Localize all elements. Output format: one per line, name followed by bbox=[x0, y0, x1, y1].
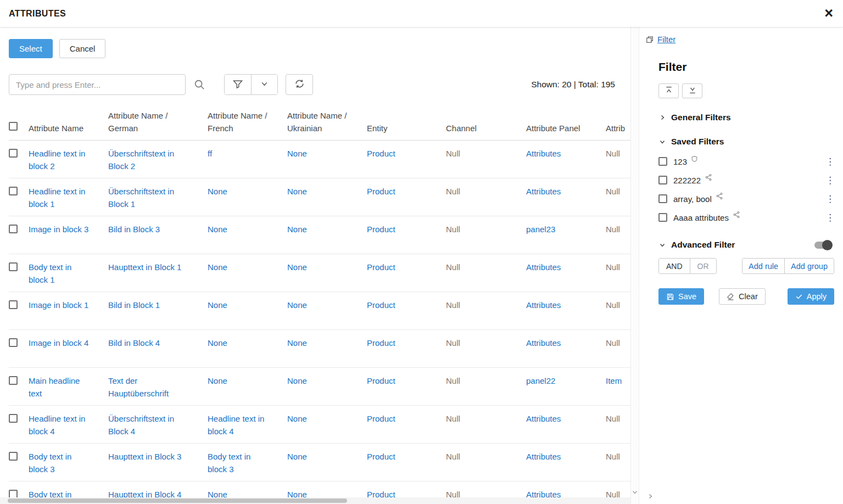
panel-collapse-icon[interactable] bbox=[647, 493, 654, 500]
cell-link[interactable]: None bbox=[208, 338, 227, 348]
refresh-button[interactable] bbox=[286, 74, 313, 95]
saved-filter-checkbox[interactable] bbox=[658, 213, 667, 222]
apply-filter-button[interactable]: Apply bbox=[788, 288, 834, 305]
cell-link[interactable]: panel23 bbox=[526, 225, 555, 234]
collapse-all-button[interactable] bbox=[658, 83, 679, 98]
more-menu-icon[interactable]: ⋮ bbox=[825, 212, 833, 223]
filter-dropdown-button[interactable] bbox=[251, 75, 277, 94]
clear-filter-button[interactable]: Clear bbox=[719, 288, 766, 305]
cell-link[interactable]: None bbox=[287, 149, 307, 158]
cell-link[interactable]: Image in block 4 bbox=[29, 338, 88, 348]
saved-filter-label[interactable]: Aaaa attributes bbox=[673, 213, 729, 222]
cell-link[interactable]: None bbox=[287, 262, 307, 272]
cell-link[interactable]: None bbox=[208, 262, 227, 272]
horizontal-scrollbar[interactable] bbox=[0, 497, 630, 504]
cancel-button[interactable]: Cancel bbox=[59, 39, 106, 58]
search-icon[interactable] bbox=[193, 79, 205, 91]
row-checkbox[interactable] bbox=[9, 149, 18, 158]
cell-link[interactable]: Haupttext in Block 1 bbox=[108, 262, 181, 272]
cell-link[interactable]: Attributes bbox=[526, 262, 561, 272]
select-all-checkbox[interactable] bbox=[9, 122, 18, 131]
saved-filter-label[interactable]: 222222 bbox=[673, 176, 701, 185]
cell-link[interactable]: Image in block 3 bbox=[29, 225, 88, 234]
advanced-filter-toggle[interactable] bbox=[814, 242, 831, 249]
cell-link[interactable]: Item bbox=[606, 376, 622, 385]
filter-funnel-button[interactable] bbox=[225, 75, 251, 94]
more-menu-icon[interactable]: ⋮ bbox=[825, 175, 833, 186]
row-checkbox[interactable] bbox=[9, 414, 18, 423]
cell-link[interactable]: Product bbox=[367, 300, 395, 310]
cell-link[interactable]: Main headline text bbox=[29, 376, 80, 398]
cell-link[interactable]: Product bbox=[367, 414, 395, 423]
add-group-button[interactable]: Add group bbox=[784, 259, 834, 273]
column-header-attribute-panel[interactable]: Attribute Panel bbox=[526, 122, 606, 135]
row-checkbox[interactable] bbox=[9, 187, 18, 195]
cell-link[interactable]: Headline text in block 4 bbox=[29, 414, 85, 436]
cell-link[interactable]: Attributes bbox=[526, 414, 561, 423]
column-header-german[interactable]: Attribute Name / German bbox=[108, 109, 208, 135]
row-checkbox[interactable] bbox=[9, 262, 18, 271]
cell-link[interactable]: Product bbox=[367, 452, 395, 461]
cell-link[interactable]: Bild in Block 1 bbox=[108, 300, 160, 310]
search-input[interactable] bbox=[9, 74, 186, 95]
cell-link[interactable]: None bbox=[208, 300, 227, 310]
vertical-scrollbar[interactable] bbox=[630, 27, 639, 504]
cell-link[interactable]: Attributes bbox=[526, 149, 561, 158]
cell-link[interactable]: None bbox=[287, 414, 307, 423]
more-menu-icon[interactable]: ⋮ bbox=[825, 193, 833, 205]
cell-link[interactable]: None bbox=[287, 452, 307, 461]
row-checkbox[interactable] bbox=[9, 225, 18, 233]
more-menu-icon[interactable]: ⋮ bbox=[825, 156, 833, 167]
cell-link[interactable]: None bbox=[287, 187, 307, 196]
saved-filters-section[interactable]: Saved Filters bbox=[658, 137, 834, 147]
cell-link[interactable]: Überschriftstext in Block 2 bbox=[108, 149, 174, 171]
cell-link[interactable]: Product bbox=[367, 262, 395, 272]
cell-link[interactable]: None bbox=[208, 225, 227, 234]
column-header-extra[interactable]: Attrib bbox=[606, 122, 630, 135]
column-header-ukrainian[interactable]: Attribute Name / Ukrainian bbox=[287, 109, 367, 135]
cell-link[interactable]: Headline text in block 1 bbox=[29, 187, 85, 209]
cell-link[interactable]: Bild in Block 3 bbox=[108, 225, 160, 234]
cell-link[interactable]: Attributes bbox=[526, 187, 561, 196]
cell-link[interactable]: Product bbox=[367, 225, 395, 234]
cell-link[interactable]: Attributes bbox=[526, 452, 561, 461]
cell-link[interactable]: Image in block 1 bbox=[29, 300, 88, 310]
cell-link[interactable]: Bild in Block 4 bbox=[108, 338, 160, 348]
horizontal-scrollbar-thumb[interactable] bbox=[8, 499, 347, 503]
select-button[interactable]: Select bbox=[9, 39, 53, 58]
row-checkbox[interactable] bbox=[9, 452, 18, 461]
column-header-entity[interactable]: Entity bbox=[367, 122, 446, 135]
advanced-filter-section[interactable]: Advanced Filter bbox=[658, 240, 834, 250]
general-filters-section[interactable]: General Filters bbox=[658, 113, 834, 122]
saved-filter-checkbox[interactable] bbox=[658, 157, 667, 166]
row-checkbox[interactable] bbox=[9, 376, 18, 385]
row-checkbox[interactable] bbox=[9, 300, 18, 309]
cell-link[interactable]: Attributes bbox=[526, 338, 561, 348]
close-button[interactable]: × bbox=[824, 6, 833, 21]
add-rule-button[interactable]: Add rule bbox=[742, 259, 784, 273]
cell-link[interactable]: Haupttext in Block 3 bbox=[108, 452, 181, 461]
cell-link[interactable]: None bbox=[287, 300, 307, 310]
column-header-channel[interactable]: Channel bbox=[446, 122, 526, 135]
expand-all-button[interactable] bbox=[682, 83, 702, 98]
or-button[interactable]: OR bbox=[690, 259, 716, 273]
cell-link[interactable]: None bbox=[208, 376, 227, 385]
cell-link[interactable]: Product bbox=[367, 376, 395, 385]
cell-link[interactable]: None bbox=[287, 225, 307, 234]
scroll-down-icon[interactable] bbox=[632, 489, 638, 495]
saved-filter-label[interactable]: 123 bbox=[673, 157, 687, 166]
cell-link[interactable]: Body text in block 3 bbox=[208, 452, 250, 474]
saved-filter-label[interactable]: array, bool bbox=[673, 194, 712, 204]
cell-link[interactable]: Body text in block 3 bbox=[29, 452, 71, 474]
and-button[interactable]: AND bbox=[659, 259, 690, 273]
cell-link[interactable]: Product bbox=[367, 149, 395, 158]
panels-icon[interactable] bbox=[646, 36, 654, 43]
row-checkbox[interactable] bbox=[9, 338, 18, 347]
column-header-attribute-name[interactable]: Attribute Name bbox=[29, 122, 108, 135]
cell-link[interactable]: None bbox=[287, 338, 307, 348]
cell-link[interactable]: Headline text in block 2 bbox=[29, 149, 85, 171]
cell-link[interactable]: Text der Hauptüberschrift bbox=[108, 376, 169, 398]
cell-link[interactable]: Überschriftstext in Block 4 bbox=[108, 414, 174, 436]
saved-filter-checkbox[interactable] bbox=[658, 194, 667, 203]
cell-link[interactable]: None bbox=[287, 376, 307, 385]
